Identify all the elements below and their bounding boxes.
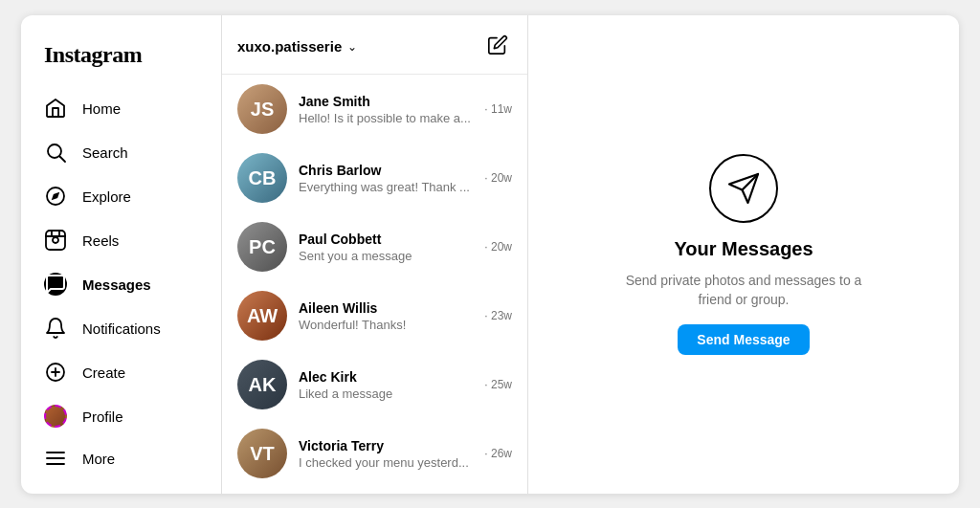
svg-rect-4 bbox=[46, 231, 65, 250]
inbox-item[interactable]: AB Angela Brown Hi! Will you be open dur… bbox=[222, 488, 527, 494]
app-logo: Instagram bbox=[33, 34, 210, 87]
svg-marker-3 bbox=[52, 192, 59, 200]
profile-icon bbox=[44, 405, 67, 428]
inbox-item-preview: I checked your menu yesterd... bbox=[299, 455, 473, 470]
sidebar-item-messages[interactable]: Messages bbox=[33, 263, 210, 305]
inbox-item-time: · 20w bbox=[484, 240, 512, 254]
inbox-header: xuxo.patisserie ⌄ bbox=[222, 15, 527, 75]
inbox-item-name: Alec Kirk bbox=[299, 369, 473, 385]
app-container: Instagram Home bbox=[21, 15, 959, 494]
inbox-item[interactable]: CB Chris Barlow Everything was great! Th… bbox=[222, 144, 527, 212]
inbox-item-preview: Everything was great! Thank ... bbox=[299, 180, 473, 194]
sidebar-item-reels-label: Reels bbox=[82, 232, 119, 249]
inbox-item-preview: Sent you a message bbox=[299, 249, 473, 263]
inbox-item[interactable]: PC Paul Cobbett Sent you a message · 20w bbox=[222, 212, 527, 281]
sidebar-item-messages-label: Messages bbox=[82, 276, 151, 293]
inbox-item-time: · 23w bbox=[484, 309, 512, 322]
avatar: CB bbox=[237, 153, 287, 203]
sidebar-nav: Home Search bbox=[33, 87, 210, 437]
sidebar-item-profile-label: Profile bbox=[82, 409, 123, 425]
placeholder-send-icon bbox=[709, 154, 778, 223]
chevron-down-icon: ⌄ bbox=[347, 40, 357, 54]
sidebar-item-notifications-label: Notifications bbox=[82, 320, 161, 337]
inbox-title-row[interactable]: xuxo.patisserie ⌄ bbox=[237, 38, 357, 55]
notifications-icon bbox=[44, 317, 67, 340]
inbox-item-time: · 26w bbox=[484, 447, 512, 460]
sidebar-item-home[interactable]: Home bbox=[33, 87, 210, 129]
inbox-item-info: Chris Barlow Everything was great! Thank… bbox=[299, 163, 473, 194]
inbox-item-name: Victoria Terry bbox=[299, 438, 473, 453]
sidebar-item-search[interactable]: Search bbox=[33, 131, 210, 173]
explore-icon bbox=[44, 185, 67, 208]
home-icon bbox=[44, 97, 67, 120]
avatar: JS bbox=[237, 84, 287, 134]
inbox-list: JS Jane Smith Hello! Is it possible to m… bbox=[222, 75, 527, 494]
sidebar-item-create-label: Create bbox=[82, 364, 125, 381]
avatar: AW bbox=[237, 291, 287, 341]
sidebar-item-notifications[interactable]: Notifications bbox=[33, 307, 210, 349]
send-message-button[interactable]: Send Message bbox=[678, 324, 809, 355]
inbox-item[interactable]: VT Victoria Terry I checked your menu ye… bbox=[222, 419, 527, 488]
sidebar-item-explore-label: Explore bbox=[82, 188, 131, 205]
avatar: AK bbox=[237, 360, 287, 409]
sidebar-item-more-label: More bbox=[82, 451, 115, 467]
inbox-item-preview: Liked a message bbox=[299, 387, 473, 401]
inbox-item[interactable]: JS Jane Smith Hello! Is it possible to m… bbox=[222, 75, 527, 144]
compose-button[interactable] bbox=[483, 31, 512, 62]
inbox-item-time: · 11w bbox=[484, 102, 512, 116]
messages-icon bbox=[44, 273, 67, 296]
inbox-item-preview: Hello! Is it possible to make a... bbox=[299, 111, 473, 125]
sidebar-item-home-label: Home bbox=[82, 100, 121, 117]
sidebar-item-explore[interactable]: Explore bbox=[33, 175, 210, 217]
inbox-panel: xuxo.patisserie ⌄ JS Jane Smith Hello! I… bbox=[222, 15, 528, 494]
sidebar-item-profile[interactable]: Profile bbox=[33, 395, 210, 437]
svg-line-1 bbox=[60, 157, 66, 163]
inbox-item-info: Aileen Willis Wonderful! Thanks! bbox=[299, 300, 473, 332]
inbox-item-info: Jane Smith Hello! Is it possible to make… bbox=[299, 94, 473, 125]
inbox-item-name: Chris Barlow bbox=[299, 163, 473, 178]
inbox-item[interactable]: AW Aileen Willis Wonderful! Thanks! · 23… bbox=[222, 281, 527, 350]
inbox-item-name: Jane Smith bbox=[299, 94, 473, 109]
sidebar: Instagram Home bbox=[21, 15, 222, 494]
main-content: xuxo.patisserie ⌄ JS Jane Smith Hello! I… bbox=[222, 15, 959, 494]
sidebar-item-create[interactable]: Create bbox=[33, 351, 210, 393]
placeholder-subtitle: Send private photos and messages to a fr… bbox=[610, 272, 878, 309]
inbox-item-preview: Wonderful! Thanks! bbox=[299, 318, 473, 332]
search-icon bbox=[44, 141, 67, 164]
reels-icon bbox=[44, 229, 67, 252]
more-icon bbox=[44, 447, 67, 470]
messages-placeholder: Your Messages Send private photos and me… bbox=[528, 15, 959, 494]
inbox-item-name: Paul Cobbett bbox=[299, 232, 473, 247]
svg-point-5 bbox=[53, 237, 58, 243]
sidebar-item-search-label: Search bbox=[82, 144, 128, 161]
inbox-username: xuxo.patisserie bbox=[237, 38, 342, 55]
avatar: VT bbox=[237, 429, 287, 478]
inbox-item-name: Aileen Willis bbox=[299, 300, 473, 316]
placeholder-title: Your Messages bbox=[674, 238, 813, 260]
sidebar-item-more[interactable]: More bbox=[33, 437, 210, 479]
inbox-item-info: Victoria Terry I checked your menu yeste… bbox=[299, 438, 473, 470]
inbox-item-info: Alec Kirk Liked a message bbox=[299, 369, 473, 401]
inbox-item-info: Paul Cobbett Sent you a message bbox=[299, 232, 473, 263]
avatar: PC bbox=[237, 222, 287, 272]
inbox-item-time: · 25w bbox=[484, 378, 512, 391]
sidebar-item-reels[interactable]: Reels bbox=[33, 219, 210, 261]
inbox-item[interactable]: AK Alec Kirk Liked a message · 25w bbox=[222, 350, 527, 419]
inbox-item-time: · 20w bbox=[484, 171, 512, 185]
create-icon bbox=[44, 361, 67, 384]
